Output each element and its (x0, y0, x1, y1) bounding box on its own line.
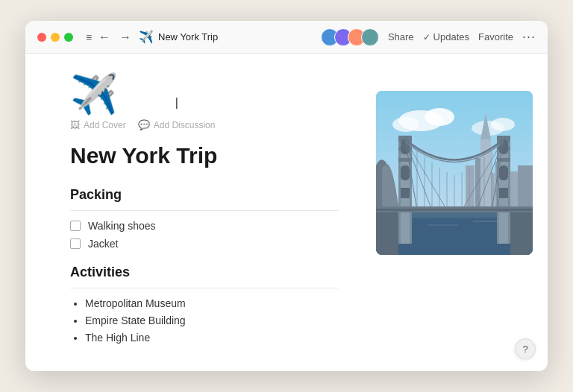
close-button[interactable] (37, 33, 46, 42)
add-cover-label: Add Cover (84, 120, 126, 130)
activity-label: The High Line (85, 332, 150, 344)
maximize-button[interactable] (64, 33, 73, 42)
favorite-label: Favorite (478, 31, 513, 42)
back-button[interactable]: ← (96, 29, 113, 45)
titlebar-title-text: New York Trip (158, 31, 218, 42)
page-icon-small: ✈️ (139, 30, 154, 44)
text-cursor: | (175, 97, 178, 109)
svg-rect-34 (499, 188, 508, 198)
checkbox[interactable] (70, 221, 81, 231)
checklist-item-label: Jacket (88, 238, 118, 250)
titlebar-right: Share ✓ Updates Favorite ··· (321, 28, 536, 46)
svg-rect-55 (510, 212, 533, 255)
avatar-group (321, 28, 379, 46)
forward-button[interactable]: → (116, 29, 134, 45)
minimize-button[interactable] (51, 33, 60, 42)
activity-label: Metropolitan Museum (85, 297, 186, 309)
svg-rect-54 (376, 212, 398, 255)
page-icon: ✈️ (70, 75, 339, 113)
avatar (361, 28, 379, 46)
share-button[interactable]: Share (388, 31, 414, 42)
svg-rect-31 (497, 158, 510, 162)
activities-section-title: Activities (70, 265, 339, 280)
checkbox[interactable] (70, 238, 81, 249)
add-discussion-button[interactable]: 💬 Add Discussion (138, 119, 216, 130)
svg-rect-23 (398, 158, 412, 162)
checklist-item-label: Walking shoes (88, 220, 156, 232)
add-cover-button[interactable]: 🖼 Add Cover (70, 119, 126, 130)
checklist-item: Walking shoes (70, 220, 339, 232)
svg-rect-26 (401, 188, 410, 198)
add-discussion-label: Add Discussion (154, 120, 216, 130)
list-item: Empire State Building (85, 314, 339, 326)
svg-point-2 (425, 108, 454, 126)
content-area: | ✈️ 🖼 Add Cover 💬 Add Discussion New Yo… (25, 54, 548, 371)
more-options-button[interactable]: ··· (522, 29, 536, 45)
help-button[interactable]: ? (515, 338, 536, 359)
nav-buttons: ← → (96, 29, 134, 45)
bridge-image (376, 91, 533, 255)
packing-checklist: Walking shoes Jacket (70, 220, 339, 250)
activity-label: Empire State Building (85, 314, 186, 326)
svg-rect-33 (499, 165, 508, 180)
image-icon: 🖼 (70, 119, 80, 130)
updates-button[interactable]: ✓ Updates (423, 31, 469, 42)
activities-list: Metropolitan Museum Empire State Buildin… (70, 297, 339, 344)
page-title: New York Trip (70, 142, 339, 169)
main-content: | ✈️ 🖼 Add Cover 💬 Add Discussion New Yo… (25, 54, 369, 371)
list-item: Metropolitan Museum (85, 297, 339, 309)
list-item: The High Line (85, 332, 339, 344)
updates-label: Updates (433, 31, 469, 42)
page-meta: 🖼 Add Cover 💬 Add Discussion (70, 119, 339, 130)
checklist-item: Jacket (70, 238, 339, 250)
svg-rect-53 (376, 209, 533, 211)
traffic-lights (37, 33, 73, 42)
check-icon: ✓ (423, 32, 430, 42)
packing-divider (70, 210, 339, 211)
svg-point-5 (491, 118, 515, 131)
image-panel (369, 54, 548, 371)
activities-divider (70, 288, 339, 288)
page-title-bar: ✈️ New York Trip (139, 30, 218, 44)
share-label: Share (388, 31, 414, 42)
svg-rect-25 (401, 165, 410, 180)
comment-icon: 💬 (138, 119, 150, 130)
app-window: ≡ ← → ✈️ New York Trip Share ✓ Updates (25, 21, 548, 371)
packing-section-title: Packing (70, 187, 339, 203)
hamburger-menu-icon[interactable]: ≡ (82, 31, 96, 44)
titlebar: ≡ ← → ✈️ New York Trip Share ✓ Updates (25, 21, 548, 54)
favorite-button[interactable]: Favorite (478, 31, 513, 42)
svg-point-3 (392, 117, 419, 132)
